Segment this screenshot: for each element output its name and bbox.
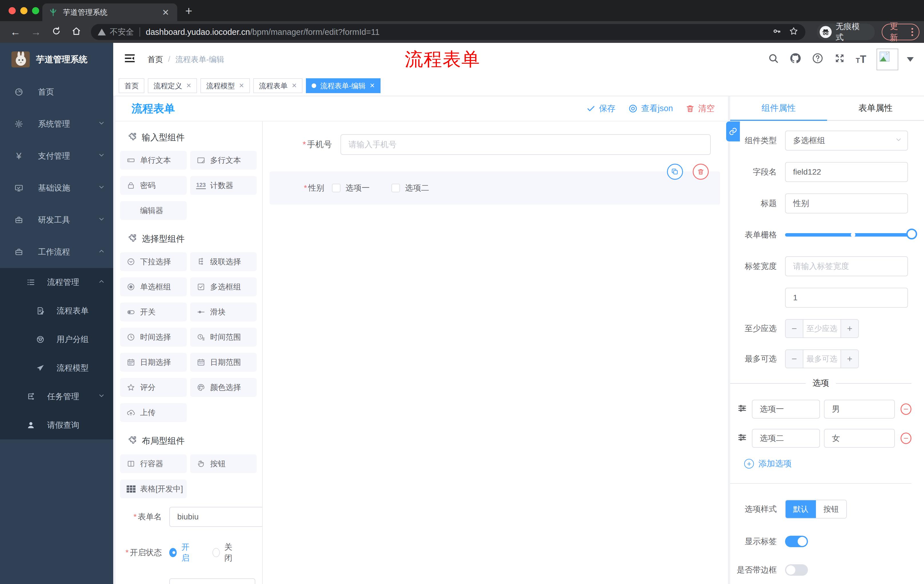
- reload-icon[interactable]: [51, 26, 61, 38]
- tab-close-icon[interactable]: ✕: [160, 7, 171, 17]
- sidebar-item-workflow[interactable]: 工作流程: [0, 236, 113, 268]
- search-icon[interactable]: [767, 53, 779, 66]
- component-item-checkbox-group[interactable]: 多选框组: [190, 277, 257, 296]
- component-item-date-range[interactable]: 日期范围: [190, 353, 257, 372]
- phone-input[interactable]: [340, 134, 711, 155]
- with-border-toggle[interactable]: [785, 564, 808, 576]
- tag-close-icon[interactable]: ✕: [186, 82, 191, 89]
- delete-component-button[interactable]: [693, 164, 709, 180]
- plus-icon[interactable]: +: [840, 320, 858, 337]
- sidebar-item-flow-model[interactable]: 流程模型: [0, 354, 113, 382]
- min-select-input[interactable]: 至少应选: [804, 320, 840, 337]
- form-name-input[interactable]: [169, 507, 263, 527]
- sidebar-item-task-mgmt[interactable]: 任务管理: [0, 382, 113, 411]
- component-item-switch[interactable]: 开关: [120, 303, 187, 321]
- gender-option-2[interactable]: 选项二: [391, 183, 429, 193]
- avatar-caret-icon[interactable]: [907, 57, 914, 62]
- back-icon[interactable]: ←: [10, 27, 21, 37]
- minus-icon[interactable]: −: [785, 320, 804, 337]
- browser-menu-icon[interactable]: [911, 28, 913, 36]
- drag-handle-icon[interactable]: [737, 403, 747, 415]
- component-item-time-picker[interactable]: 时间选择: [120, 328, 187, 347]
- component-item-table[interactable]: 表格[开发中]: [120, 479, 187, 498]
- drag-handle-icon[interactable]: [737, 432, 747, 444]
- add-option-button[interactable]: + 添加选项: [744, 458, 911, 469]
- window-controls[interactable]: [0, 7, 46, 14]
- option-1-label-input[interactable]: [752, 400, 820, 419]
- component-item-cascader[interactable]: 级联选择: [190, 252, 257, 271]
- sidebar-item-devtools[interactable]: 研发工具: [0, 204, 113, 236]
- component-item-password[interactable]: 密码: [120, 176, 187, 195]
- remove-option-icon[interactable]: −: [901, 403, 911, 415]
- component-item-date-picker[interactable]: 日期选择: [120, 353, 187, 372]
- fullscreen-icon[interactable]: [834, 53, 845, 66]
- key-icon[interactable]: [772, 26, 781, 38]
- maximize-window-button[interactable]: [32, 7, 39, 14]
- github-icon[interactable]: [789, 52, 801, 66]
- component-item-upload[interactable]: 上传: [120, 403, 187, 422]
- option-2-label-input[interactable]: [752, 429, 820, 448]
- option-2-value-input[interactable]: [824, 429, 895, 448]
- component-item-single-text[interactable]: 单行文本: [120, 151, 187, 170]
- sidebar-item-user-group[interactable]: 用户分组: [0, 325, 113, 354]
- breadcrumb-home[interactable]: 首页: [147, 54, 163, 64]
- tag-flow-form[interactable]: 流程表单✕: [253, 78, 302, 93]
- close-window-button[interactable]: [8, 7, 16, 14]
- copy-component-button[interactable]: [667, 164, 683, 180]
- status-radio-off[interactable]: 关闭: [213, 542, 237, 563]
- component-item-multi-text[interactable]: 多行文本: [190, 151, 257, 170]
- component-item-slider[interactable]: 滑块: [190, 303, 257, 321]
- save-button[interactable]: 保存: [586, 103, 615, 114]
- sidebar-item-pay[interactable]: ¥ 支付管理: [0, 140, 113, 172]
- sidebar-item-home[interactable]: 首页: [0, 76, 113, 108]
- max-select-input[interactable]: 最多可选: [804, 350, 840, 368]
- tag-flow-form-edit[interactable]: 流程表单-编辑✕: [306, 78, 381, 93]
- option-1-value-input[interactable]: [824, 400, 895, 419]
- remove-option-icon[interactable]: −: [901, 433, 911, 444]
- help-icon[interactable]: [812, 52, 823, 66]
- tag-home[interactable]: 首页: [119, 78, 144, 93]
- slider-handle[interactable]: [906, 229, 917, 239]
- field-link-button[interactable]: [726, 122, 740, 141]
- component-item-time-range[interactable]: 时间范围: [190, 328, 257, 347]
- component-type-select[interactable]: [785, 131, 908, 151]
- tag-close-icon[interactable]: ✕: [239, 82, 244, 89]
- bookmark-star-icon[interactable]: [789, 26, 799, 38]
- sidebar-item-flow-form[interactable]: 流程表单: [0, 296, 113, 325]
- font-size-icon[interactable]: TT: [856, 53, 866, 66]
- minimize-window-button[interactable]: [20, 7, 28, 14]
- minus-icon[interactable]: −: [785, 350, 804, 368]
- tag-close-icon[interactable]: ✕: [370, 82, 375, 89]
- default-value-input[interactable]: [785, 288, 908, 308]
- remark-textarea[interactable]: 嘿嘿: [169, 578, 255, 584]
- new-tab-button[interactable]: +: [185, 5, 192, 17]
- address-bar[interactable]: 不安全 dashboard.yudao.iocoder.cn/bpm/manag…: [91, 24, 805, 40]
- status-radio-on[interactable]: 开启: [169, 542, 194, 563]
- component-item-row-container[interactable]: 行容器: [120, 454, 187, 473]
- browser-tab[interactable]: 芋道管理系统 ✕: [42, 3, 177, 21]
- gender-option-1[interactable]: 选项一: [332, 183, 370, 193]
- tag-flow-definition[interactable]: 流程定义✕: [148, 78, 197, 93]
- component-item-select[interactable]: 下拉选择: [120, 252, 187, 271]
- tab-component-props[interactable]: 组件属性: [730, 96, 827, 120]
- update-button[interactable]: 更新: [882, 24, 919, 40]
- component-item-radio-group[interactable]: 单选框组: [120, 277, 187, 296]
- form-canvas[interactable]: *手机号 *性别 选项一: [263, 122, 728, 584]
- component-item-counter[interactable]: 123 计数器: [190, 176, 257, 195]
- label-width-input[interactable]: [785, 256, 908, 276]
- tab-form-props[interactable]: 表单属性: [827, 96, 924, 120]
- forward-icon[interactable]: →: [31, 27, 41, 37]
- canvas-field-phone[interactable]: *手机号: [294, 134, 711, 155]
- view-json-button[interactable]: 查看json: [628, 103, 673, 114]
- title-input[interactable]: [785, 193, 908, 214]
- sidebar-item-system[interactable]: 系统管理: [0, 108, 113, 140]
- component-item-editor[interactable]: 编辑器: [120, 201, 187, 220]
- sidebar-item-flow-mgmt[interactable]: 流程管理: [0, 268, 113, 296]
- tag-close-icon[interactable]: ✕: [292, 82, 297, 89]
- tag-flow-model[interactable]: 流程模型✕: [200, 78, 249, 93]
- plus-icon[interactable]: +: [840, 350, 858, 368]
- show-label-toggle[interactable]: [785, 536, 808, 547]
- grid-slider[interactable]: [785, 225, 911, 245]
- checkbox-icon[interactable]: [332, 184, 340, 192]
- style-button-button[interactable]: 按钮: [816, 500, 846, 518]
